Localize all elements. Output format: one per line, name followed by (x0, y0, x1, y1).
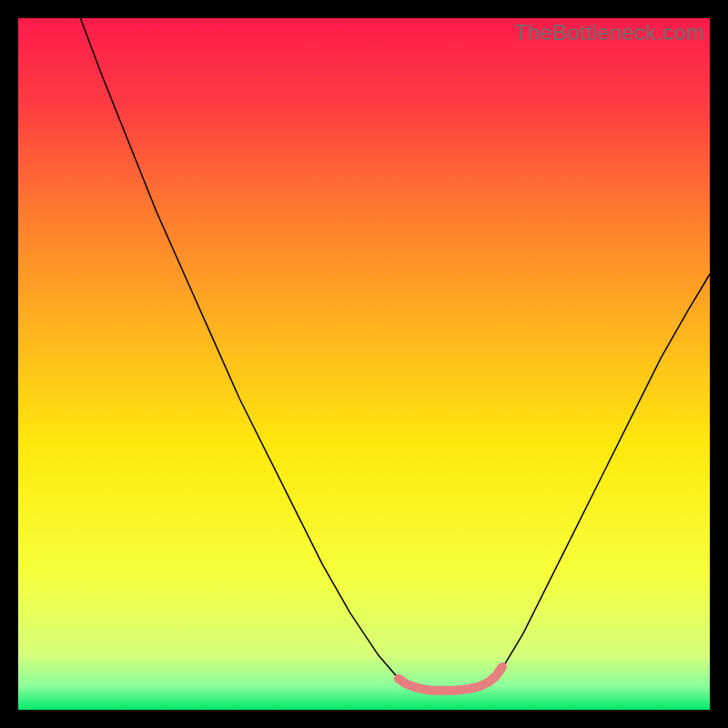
gradient-background (18, 18, 710, 710)
watermark-text: TheBottleneck.com (514, 20, 704, 46)
chart-frame: TheBottleneck.com (18, 18, 710, 710)
bottleneck-chart (18, 18, 710, 710)
